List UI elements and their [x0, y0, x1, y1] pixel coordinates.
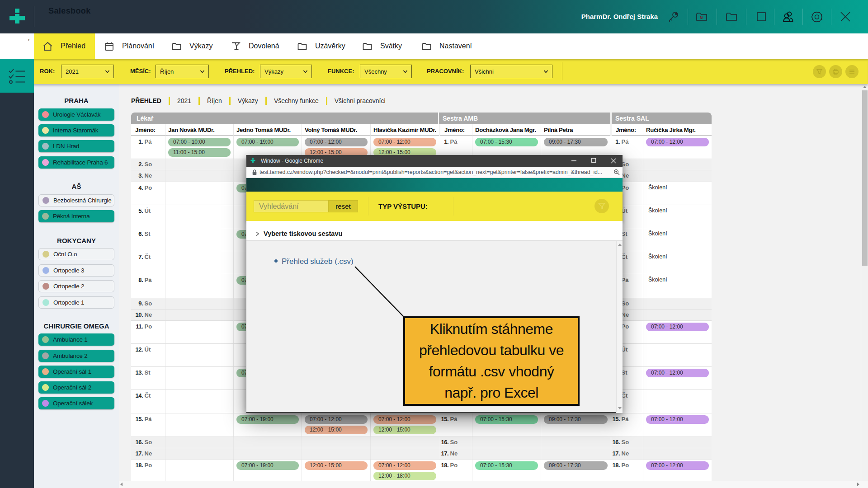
svg-text:N: N: [700, 15, 703, 20]
